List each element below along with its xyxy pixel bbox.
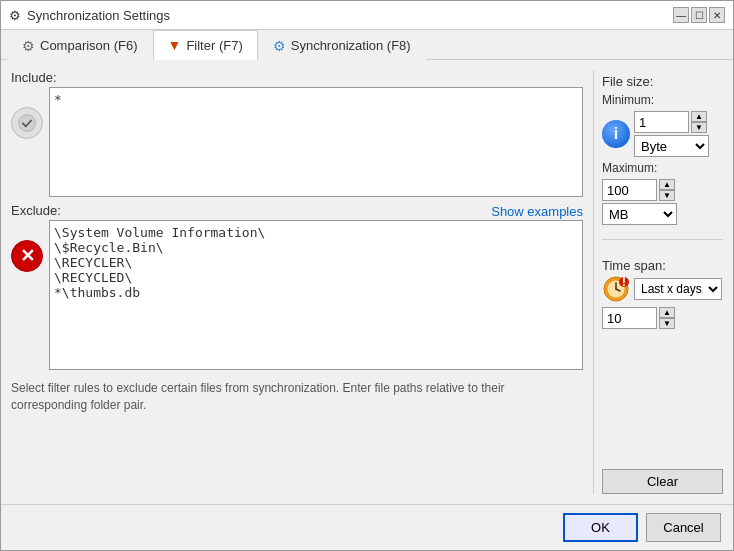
timespan-label: Time span: (602, 258, 723, 273)
max-label: Maximum: (602, 161, 723, 175)
timespan-days-input[interactable] (602, 307, 657, 329)
timespan-row: ! Last x days: Older than x days: Custom (602, 275, 723, 303)
min-label: Minimum: (602, 93, 723, 107)
timespan-decrement-button[interactable]: ▼ (659, 318, 675, 329)
left-panel: Include: * Exclude: Show examples (11, 70, 583, 494)
info-icon-blue: i (602, 120, 630, 148)
clear-button[interactable]: Clear (602, 469, 723, 494)
timespan-spin-buttons: ▲ ▼ (659, 307, 675, 329)
close-button[interactable]: ✕ (709, 7, 725, 23)
min-spin-row: ▲ ▼ (634, 111, 709, 133)
max-spin-buttons: ▲ ▼ (659, 179, 675, 201)
exclude-header: Exclude: Show examples (11, 203, 583, 220)
title-bar-icon: ⚙ (9, 8, 21, 23)
title-bar-left: ⚙ Synchronization Settings (9, 8, 170, 23)
include-check-icon (11, 107, 43, 139)
title-bar: ⚙ Synchronization Settings — ☐ ✕ (1, 1, 733, 30)
include-textarea[interactable]: * (49, 87, 583, 197)
min-unit-select[interactable]: Byte KB MB GB (634, 135, 709, 157)
timespan-select[interactable]: Last x days: Older than x days: Custom (634, 278, 722, 300)
footer: OK Cancel (1, 504, 733, 550)
max-value-input[interactable] (602, 179, 657, 201)
svg-text:!: ! (622, 275, 626, 289)
min-decrement-button[interactable]: ▼ (691, 122, 707, 133)
divider (602, 239, 723, 240)
tab-bar: ⚙ Comparison (F6) ▼ Filter (F7) ⚙ Synchr… (1, 30, 733, 60)
timespan-days-row: ▲ ▼ (602, 307, 723, 329)
include-section: Include: * (11, 70, 583, 197)
maximize-button[interactable]: ☐ (691, 7, 707, 23)
minimize-button[interactable]: — (673, 7, 689, 23)
exclude-textarea[interactable]: \System Volume Information\ \$Recycle.Bi… (49, 220, 583, 370)
file-size-section: File size: Minimum: i ▲ ▼ (602, 70, 723, 225)
cancel-button[interactable]: Cancel (646, 513, 721, 542)
checkmark-svg (17, 113, 37, 133)
min-row: i ▲ ▼ Byte KB MB (602, 109, 723, 157)
min-spin-buttons: ▲ ▼ (691, 111, 707, 133)
max-controls: ▲ ▼ Byte KB MB GB (602, 177, 723, 225)
window-title: Synchronization Settings (27, 8, 170, 23)
svg-point-0 (19, 115, 36, 132)
min-controls: ▲ ▼ Byte KB MB GB (634, 109, 709, 157)
tab-filter-label: Filter (F7) (186, 38, 242, 53)
clock-icon: ! (602, 275, 630, 303)
main-content: Include: * Exclude: Show examples (1, 60, 733, 504)
include-row: * (11, 87, 583, 197)
min-increment-button[interactable]: ▲ (691, 111, 707, 122)
tab-comparison[interactable]: ⚙ Comparison (F6) (7, 30, 153, 60)
tab-synchronization-label: Synchronization (F8) (291, 38, 411, 53)
show-examples-link[interactable]: Show examples (491, 204, 583, 219)
title-bar-controls: — ☐ ✕ (673, 7, 725, 23)
spacer (602, 337, 723, 461)
tab-comparison-label: Comparison (F6) (40, 38, 138, 53)
ok-button[interactable]: OK (563, 513, 638, 542)
timespan-section: Time span: ! Last x days: Older than x d… (602, 254, 723, 329)
filter-icon: ▼ (168, 37, 182, 53)
max-spin-row: ▲ ▼ (602, 179, 723, 201)
min-value-input[interactable] (634, 111, 689, 133)
include-label: Include: (11, 70, 583, 85)
max-increment-button[interactable]: ▲ (659, 179, 675, 190)
file-size-label: File size: (602, 74, 723, 89)
hint-text: Select filter rules to exclude certain f… (11, 380, 583, 414)
exclude-section: Exclude: Show examples ✕ \System Volume … (11, 203, 583, 370)
exclude-x-icon: ✕ (11, 240, 43, 272)
max-decrement-button[interactable]: ▼ (659, 190, 675, 201)
exclude-row: ✕ \System Volume Information\ \$Recycle.… (11, 220, 583, 370)
right-panel: File size: Minimum: i ▲ ▼ (593, 70, 723, 494)
timespan-increment-button[interactable]: ▲ (659, 307, 675, 318)
main-window: ⚙ Synchronization Settings — ☐ ✕ ⚙ Compa… (0, 0, 734, 551)
tab-filter[interactable]: ▼ Filter (F7) (153, 30, 258, 60)
exclude-label: Exclude: (11, 203, 61, 218)
sync-icon: ⚙ (273, 38, 286, 54)
gear-icon: ⚙ (22, 38, 35, 54)
max-unit-select[interactable]: Byte KB MB GB (602, 203, 677, 225)
tab-synchronization[interactable]: ⚙ Synchronization (F8) (258, 30, 426, 60)
